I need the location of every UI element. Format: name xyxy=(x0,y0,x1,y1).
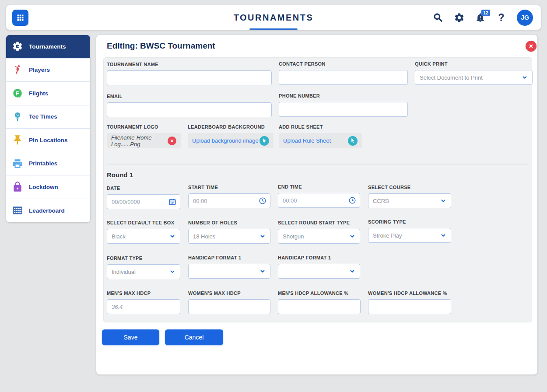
field-start-time: START TIME xyxy=(188,185,270,208)
field-label: HANDICAP FORMAT 1 xyxy=(188,255,270,260)
chevron-down-icon xyxy=(349,233,355,239)
sidebar-item-label: Pin Locations xyxy=(29,137,68,144)
field-label: NUMBER OF HOLES xyxy=(188,220,270,225)
sidebar-item-printables[interactable]: Printables xyxy=(6,152,90,176)
sidebar-item-label: Leaderboard xyxy=(29,207,65,214)
title-underline xyxy=(249,28,298,30)
close-icon xyxy=(170,139,174,143)
sidebar-item-lockdown[interactable]: Lockdown xyxy=(6,175,90,199)
handicap-format-select[interactable] xyxy=(278,264,360,279)
header-actions: 12 ? JG xyxy=(433,10,541,26)
sidebar-item-label: Flights xyxy=(29,90,48,97)
field-label: DATE xyxy=(107,186,180,191)
field-date: DATE xyxy=(107,186,180,209)
sidebar-item-leaderboard[interactable]: Leaderboard xyxy=(6,199,90,223)
app-menu-button[interactable] xyxy=(12,10,28,26)
remove-logo-button[interactable] xyxy=(168,136,176,145)
email-input[interactable] xyxy=(107,102,272,117)
sidebar-item-flights[interactable]: F Flights xyxy=(6,82,90,105)
scoring-type-select[interactable]: Stroke Play xyxy=(368,228,451,243)
round-title: Round 1 xyxy=(107,171,133,178)
field-label: CONTACT PERSON xyxy=(279,61,408,66)
printer-icon xyxy=(6,158,29,169)
sidebar-item-tournaments[interactable]: Tournaments xyxy=(6,35,90,59)
cancel-button[interactable]: Cancel xyxy=(165,329,223,345)
tournament-logo-file[interactable]: Filename-Home-Log......Png xyxy=(107,133,181,148)
sidebar-item-tee-times[interactable]: Tee Times xyxy=(6,105,90,129)
field-label: SELECT COURSE xyxy=(368,185,451,190)
field-tournament-logo: TOURNAMENT LOGO Filename-Home-Log......P… xyxy=(107,124,181,148)
number-of-holes-select[interactable]: 18 Holes xyxy=(188,229,270,244)
field-label: FORMAT TYPE xyxy=(107,256,180,261)
field-handicap-format-1a: HANDICAP FORMAT 1 xyxy=(188,255,270,279)
chevron-down-icon xyxy=(169,269,175,275)
field-label: WOMEN'S MAX HDCP xyxy=(188,290,270,296)
field-label: SCORING TYPE xyxy=(368,219,451,224)
help-icon[interactable]: ? xyxy=(496,12,507,23)
pushpin-icon xyxy=(6,134,29,146)
upload-pointer-icon xyxy=(348,136,358,146)
close-button[interactable] xyxy=(526,41,536,52)
sidebar-item-label: Tee Times xyxy=(29,113,57,120)
select-course-select[interactable]: CCRB xyxy=(368,193,451,208)
mens-hdcp-allowance-input[interactable] xyxy=(278,299,361,314)
field-label: TOURNAMENT NAME xyxy=(107,62,272,67)
womens-max-hdcp-input[interactable] xyxy=(188,299,270,314)
field-default-tee-box: SELECT DEFAULT TEE BOX Black xyxy=(107,220,180,244)
field-leaderboard-background: LEADERBOARD BACKGROUND Upload background… xyxy=(188,124,274,148)
search-icon[interactable] xyxy=(433,12,444,23)
field-label: QUICK PRINT xyxy=(415,61,533,66)
field-label: EMAIL xyxy=(107,94,272,99)
close-icon xyxy=(528,43,534,49)
section-divider xyxy=(107,164,529,164)
field-label: SELECT DEFAULT TEE BOX xyxy=(107,220,180,225)
svg-text:F: F xyxy=(16,90,19,97)
user-avatar[interactable]: JG xyxy=(517,10,533,26)
chevron-down-icon xyxy=(522,74,528,80)
field-label: MEN'S MAX HDCP xyxy=(107,290,180,296)
sidebar-item-label: Players xyxy=(29,66,50,73)
handicap-format-select[interactable] xyxy=(188,264,270,279)
end-time-input[interactable] xyxy=(278,193,360,208)
upload-pointer-icon xyxy=(259,136,269,146)
field-contact-person: CONTACT PERSON xyxy=(279,61,408,85)
start-time-input[interactable] xyxy=(188,193,270,208)
field-label: PHONE NUMBER xyxy=(279,93,408,98)
chevron-down-icon xyxy=(440,198,446,204)
womens-hdcp-allowance-input[interactable] xyxy=(368,299,451,314)
sidebar-item-players[interactable]: Players xyxy=(6,59,90,82)
contact-person-input[interactable] xyxy=(279,70,408,85)
mens-max-hdcp-input[interactable] xyxy=(107,299,180,314)
top-header: TOURNAMENTS 12 ? JG xyxy=(6,5,541,30)
upload-background-button[interactable]: Upload background image xyxy=(188,133,274,148)
gear-icon xyxy=(6,41,29,52)
format-type-select[interactable]: Individual xyxy=(107,264,180,279)
golfer-icon xyxy=(6,64,29,76)
sidebar: Tournaments Players F Flights Tee Times … xyxy=(6,35,90,222)
sidebar-item-pin-locations[interactable]: Pin Locations xyxy=(6,129,90,152)
field-label: MEN'S HDCP ALLOWANCE % xyxy=(278,290,361,296)
f-circle-icon: F xyxy=(6,88,29,99)
round-start-type-select[interactable]: Shotgun xyxy=(278,229,360,244)
field-quick-print: QUICK PRINT Select Document to Print xyxy=(415,61,533,85)
quick-print-select[interactable]: Select Document to Print xyxy=(415,70,533,85)
date-input[interactable] xyxy=(107,194,180,209)
field-label: TOURNAMENT LOGO xyxy=(107,124,181,130)
field-label: ADD RULE SHEET xyxy=(279,124,362,130)
tournament-name-input[interactable] xyxy=(107,70,272,85)
field-label: START TIME xyxy=(188,185,270,190)
field-label: WOMEN'S HDCP ALLOWANCE % xyxy=(368,290,451,296)
grid-icon xyxy=(16,13,25,22)
field-scoring-type: SCORING TYPE Stroke Play xyxy=(368,219,451,243)
field-end-time: END TIME xyxy=(278,184,360,208)
notifications-bell-icon[interactable]: 12 xyxy=(475,12,486,23)
tee-box-select[interactable]: Black xyxy=(107,229,180,244)
page-title: TOURNAMENTS xyxy=(234,13,314,23)
field-format-type: FORMAT TYPE Individual xyxy=(107,256,180,279)
gear-icon[interactable] xyxy=(454,12,465,23)
field-email: EMAIL xyxy=(107,94,272,117)
phone-number-input[interactable] xyxy=(279,102,408,117)
upload-rule-sheet-button[interactable]: Upload Rule Sheet xyxy=(279,133,362,148)
save-button[interactable]: Save xyxy=(102,329,159,345)
chevron-down-icon xyxy=(169,233,175,239)
